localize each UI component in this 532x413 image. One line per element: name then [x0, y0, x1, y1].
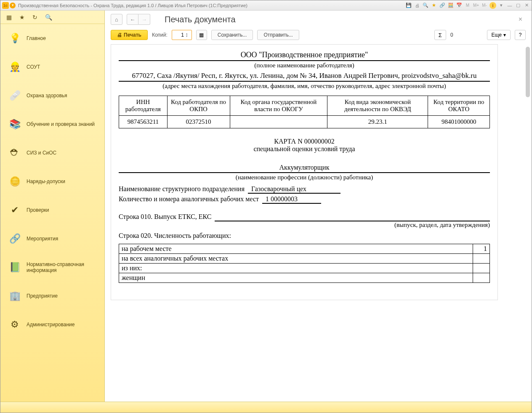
folder-icon: 📗 — [6, 261, 23, 274]
codes-value: 9874563211 — [119, 116, 168, 128]
copies-field[interactable] — [172, 32, 185, 38]
m-icon[interactable]: M — [464, 2, 471, 9]
sidebar-item-label: Охрана здоровья — [27, 93, 98, 99]
row020-label: Строка 020. Численность работающих: — [119, 232, 490, 240]
workers-icon: 👷 — [6, 60, 23, 74]
info-icon[interactable]: i — [489, 2, 496, 9]
dept-value: Газосварочный цех — [248, 185, 340, 194]
table-settings-button[interactable]: ▦ — [196, 30, 207, 40]
card-number: КАРТА N 000000002 — [119, 138, 490, 145]
forward-button[interactable]: → — [138, 14, 150, 25]
dept-label: Наименование структурного подразделения — [119, 185, 245, 193]
sidebar-item-sout[interactable]: 👷СОУТ — [0, 53, 104, 81]
save-button[interactable]: Сохранить... — [211, 30, 253, 40]
page-title: Печать документа — [165, 15, 236, 24]
gear-icon: ⚙ — [6, 318, 23, 331]
places-label: Количество и номера аналогичных рабочих … — [119, 195, 259, 203]
worker-row-value — [473, 273, 490, 283]
calc-icon[interactable]: 🧮 — [447, 2, 454, 9]
sidebar-item-reference[interactable]: 📗Нормативно-справочная информация — [0, 253, 104, 282]
close-window-icon[interactable]: ✕ — [523, 2, 530, 9]
places-value: 1 00000003 — [262, 195, 321, 204]
apps-icon[interactable]: ▦ — [6, 14, 12, 21]
m-minus-icon[interactable]: M- — [481, 2, 488, 9]
codes-header: Код работодателя по ОКПО — [167, 96, 230, 116]
sidebar-item-label: Главное — [27, 35, 98, 41]
calendar-icon[interactable]: 📅 — [456, 2, 463, 9]
preview-icon[interactable]: 🔍 — [422, 2, 429, 9]
codes-header: ИНН работодателя — [119, 96, 168, 116]
sidebar-item-label: Мероприятия — [27, 236, 98, 242]
app-logo-icon: 1c — [2, 2, 9, 9]
dropdown-icon[interactable]: ▾ — [498, 2, 505, 9]
print-button[interactable]: 🖨 Печать — [111, 30, 148, 40]
star-icon[interactable]: ★ — [19, 14, 25, 21]
print-icon[interactable]: 🖨 — [414, 2, 420, 9]
window-titlebar: 1c ▾ Производственная Безопасность - Охр… — [0, 0, 532, 11]
worker-row-value: 1 — [473, 244, 490, 254]
sidebar-item-checks[interactable]: ✔Проверки — [0, 196, 104, 224]
minimize-icon[interactable]: — — [506, 2, 513, 9]
codes-header: Код органа государственной власти по ОКО… — [230, 96, 327, 116]
sidebar-item-label: Администрирование — [27, 322, 98, 328]
sidebar-item-health[interactable]: 🩹Охрана здоровья — [0, 81, 104, 110]
codes-value: 98401000000 — [428, 116, 490, 128]
print-button-label: Печать — [124, 32, 141, 38]
document-paper: ООО "Производственное предприятие" (полн… — [111, 44, 498, 300]
scrollbar-thumb[interactable] — [526, 47, 530, 97]
sidebar-item-permits[interactable]: 🪙Наряды-допуски — [0, 167, 104, 196]
profession-hint: (наименование профессии (должности) рабо… — [119, 174, 490, 181]
worker-row-value — [473, 254, 490, 264]
more-button[interactable]: Еще▾ — [487, 30, 511, 40]
app-menu-icon[interactable]: ▾ — [10, 3, 16, 8]
lamp-icon: 💡 — [6, 32, 23, 45]
sidebar-item-label: Обучение и проверка знаний — [27, 121, 98, 127]
sidebar-item-label: СОУТ — [27, 64, 98, 70]
sidebar-item-training[interactable]: 📚Обучение и проверка знаний — [0, 110, 104, 139]
sidebar-item-enterprise[interactable]: 🏢Предприятие — [0, 282, 104, 310]
home-button[interactable]: ⌂ — [111, 14, 122, 25]
link2-icon: 🔗 — [6, 232, 23, 245]
worker-row-value — [473, 264, 490, 273]
building-icon: 🏢 — [6, 289, 23, 303]
worker-row-label: на рабочем месте — [119, 244, 473, 254]
codes-value — [230, 116, 327, 128]
search-icon[interactable]: 🔍 — [45, 14, 52, 21]
copies-input[interactable]: ▲▼ — [172, 30, 192, 40]
company-address: 677027, Саха /Якутия/ Респ, г. Якутск, у… — [119, 72, 490, 80]
save-icon[interactable]: 💾 — [405, 2, 412, 9]
sidebar-item-siz[interactable]: ⛑СИЗ и СиОС — [0, 139, 104, 167]
codes-header: Код территории по ОКАТО — [428, 96, 490, 116]
sigma-button[interactable]: Σ — [434, 30, 446, 40]
send-button[interactable]: Отправить... — [257, 30, 299, 40]
back-button[interactable]: ← — [127, 14, 138, 25]
row010-label: Строка 010. Выпуск ЕТКС, ЕКС — [119, 213, 211, 221]
worker-row-label: женщин — [119, 273, 473, 283]
books-icon: 📚 — [6, 117, 23, 131]
sidebar-item-label: Наряды-допуски — [27, 179, 98, 184]
sidebar-item-admin[interactable]: ⚙Администрирование — [0, 310, 104, 339]
more-label: Еще — [492, 32, 502, 38]
sidebar-item-label: Предприятие — [27, 293, 98, 299]
check-icon: ✔ — [6, 203, 23, 217]
close-page-icon[interactable]: × — [515, 14, 526, 25]
sidebar-item-main[interactable]: 💡Главное — [0, 24, 104, 53]
spin-down-icon[interactable]: ▼ — [186, 35, 188, 37]
help-button[interactable]: ? — [515, 30, 526, 40]
company-hint: (полное наименование работодателя) — [119, 62, 490, 69]
favorite-icon[interactable]: ★ — [431, 2, 437, 9]
printer-icon: 🖨 — [117, 32, 122, 38]
address-hint: (адрес места нахождения работодателя, фа… — [119, 83, 490, 90]
m-plus-icon[interactable]: M+ — [473, 2, 479, 9]
sidebar-item-label: СИЗ и СиОС — [27, 150, 98, 156]
history-icon[interactable]: ↻ — [32, 14, 37, 21]
vertical-scrollbar[interactable] — [524, 44, 531, 402]
sidebar-item-events[interactable]: 🔗Мероприятия — [0, 224, 104, 253]
company-name: ООО "Производственное предприятие" — [119, 51, 490, 59]
worker-row-label: на всех аналогичных рабочих местах — [119, 254, 473, 264]
maximize-icon[interactable]: ▢ — [515, 2, 521, 9]
link-icon[interactable]: 🔗 — [439, 2, 446, 9]
coin-icon: 🪙 — [6, 175, 23, 188]
workers-table: на рабочем месте1 на всех аналогичных ра… — [119, 244, 490, 283]
codes-table: ИНН работодателя Код работодателя по ОКП… — [119, 96, 490, 128]
